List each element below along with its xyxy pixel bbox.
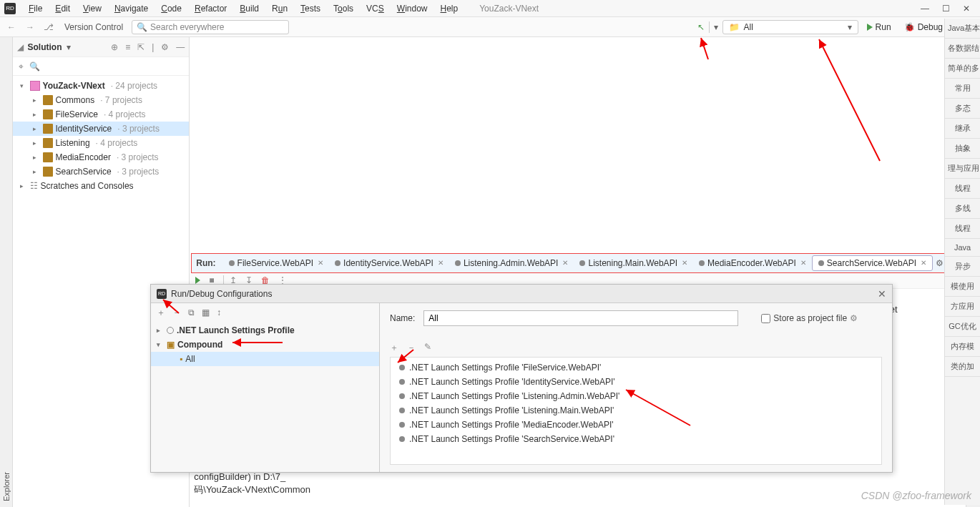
run-tab-searchservice-webapi[interactable]: SearchService.WebAPI✕	[812, 255, 933, 271]
menu-code[interactable]: Code	[155, 2, 187, 15]
side-panel-item[interactable]: 线程	[945, 179, 980, 199]
chevron-down-icon: ▾	[848, 22, 852, 32]
config-dropdown-arrow[interactable]: ▾	[714, 22, 718, 32]
nav-back-button[interactable]: ←	[4, 20, 19, 34]
menu-vcs[interactable]: VCS	[361, 2, 390, 15]
edit-item-button[interactable]: ✎	[424, 342, 431, 354]
copy-config-button[interactable]: ⧉	[188, 307, 195, 318]
rerun-icon[interactable]	[195, 277, 200, 284]
folder-searchservice[interactable]: ▸SearchService· 3 projects	[13, 164, 190, 179]
profile-node[interactable]: ▸ .NET Launch Settings Profile	[151, 323, 379, 338]
menu-help[interactable]: Help	[434, 2, 464, 15]
remove-item-button[interactable]: －	[407, 342, 416, 354]
run-tab-identityservice-webapi[interactable]: IdentityService.WebAPI✕	[329, 255, 449, 271]
side-panel-item[interactable]: Java基本	[945, 19, 980, 39]
save-config-button[interactable]: ▦	[202, 307, 210, 318]
compound-node[interactable]: ▾ ▣ Compound	[151, 338, 379, 352]
run-tab-mediaencoder-webapi[interactable]: MediaEncoder.WebAPI✕	[693, 255, 812, 271]
debug-button[interactable]: 🐞 Debug	[900, 21, 947, 34]
close-tab-icon[interactable]: ✕	[921, 259, 926, 267]
nav-forward-button[interactable]: →	[23, 20, 37, 34]
run-config-selector[interactable]: 📁 All ▾	[722, 20, 858, 34]
name-label: Name:	[390, 313, 415, 323]
compound-member-item[interactable]: .NET Launch Settings Profile 'IdentitySe…	[391, 375, 881, 389]
side-panel-item[interactable]: 内存模	[945, 337, 980, 357]
compound-member-item[interactable]: .NET Launch Settings Profile 'SearchServ…	[391, 432, 881, 446]
menu-build[interactable]: Build	[234, 2, 265, 15]
menu-navigate[interactable]: Navigate	[109, 2, 154, 15]
folder-identityservice[interactable]: ▸IdentityService· 3 projects	[13, 122, 190, 136]
maximize-button[interactable]: ☐	[942, 4, 950, 14]
scratches-node[interactable]: ▸ ☷ Scratches and Consoles	[13, 179, 190, 193]
close-tab-icon[interactable]: ✕	[318, 259, 323, 267]
side-panel-item[interactable]: 多态	[945, 99, 980, 119]
run-button[interactable]: Run	[863, 21, 896, 34]
side-panel-item[interactable]: GC优化	[945, 317, 980, 337]
compound-member-item[interactable]: .NET Launch Settings Profile 'MediaEncod…	[391, 418, 881, 432]
vcs-icon[interactable]: ⎇	[41, 20, 56, 34]
run-tab-listening-admin-webapi[interactable]: Listening.Admin.WebAPI✕	[449, 255, 574, 271]
folder-listening[interactable]: ▸Listening· 4 projects	[13, 136, 190, 150]
run-tab-fileservice-webapi[interactable]: FileService.WebAPI✕	[223, 255, 329, 271]
search-icon[interactable]: 🔍	[29, 61, 40, 72]
side-panel-item[interactable]: 各数据结	[945, 39, 980, 59]
menu-window[interactable]: Window	[391, 2, 433, 15]
folder-fileservice[interactable]: ▸FileService· 4 projects	[13, 107, 190, 122]
side-panel-item[interactable]: Java	[945, 239, 980, 257]
sort-config-button[interactable]: ↕	[217, 307, 221, 318]
explorer-tab[interactable]: Explorer	[1, 41, 12, 507]
side-panel-item[interactable]: 线程	[945, 219, 980, 239]
compound-member-item[interactable]: .NET Launch Settings Profile 'Listening.…	[391, 389, 881, 403]
folder-commons[interactable]: ▸Commons· 7 projects	[13, 93, 190, 107]
hammer-icon[interactable]: ↖	[697, 22, 705, 32]
side-panel-item[interactable]: 多线	[945, 199, 980, 219]
folder-mediaencoder[interactable]: ▸MediaEncoder· 3 projects	[13, 150, 190, 164]
minimize-button[interactable]: —	[921, 4, 929, 14]
close-tab-icon[interactable]: ✕	[562, 259, 568, 267]
add-config-button[interactable]: ＋	[157, 307, 165, 319]
menu-run[interactable]: Run	[266, 2, 293, 15]
locate-icon[interactable]: ⊕	[111, 42, 118, 52]
remove-config-button[interactable]: －	[172, 307, 181, 319]
menu-tests[interactable]: Tests	[295, 2, 326, 15]
dialog-close-button[interactable]: ✕	[878, 288, 886, 300]
hide-icon[interactable]: —	[176, 42, 185, 52]
gear-icon[interactable]: ⚙	[850, 313, 858, 323]
menu-file[interactable]: File	[23, 2, 48, 15]
solution-scope-icon[interactable]: ◢	[17, 42, 24, 52]
run-tab-listening-main-webapi[interactable]: Listening.Main.WebAPI✕	[574, 255, 693, 271]
add-item-button[interactable]: ＋	[390, 342, 398, 354]
vcs-label[interactable]: Version Control	[64, 22, 123, 32]
side-panel-item[interactable]: 理与应用	[945, 159, 980, 179]
side-panel-item[interactable]: 方应用	[945, 297, 980, 317]
compound-member-item[interactable]: .NET Launch Settings Profile 'FileServic…	[391, 360, 881, 375]
settings-icon[interactable]: ⚙	[161, 42, 169, 52]
close-tab-icon[interactable]: ✕	[438, 259, 444, 267]
compound-all-node[interactable]: ▪ All	[151, 352, 379, 366]
search-everywhere-input[interactable]: 🔍 Search everywhere	[132, 20, 289, 34]
side-panel-item[interactable]: 常用	[945, 79, 980, 99]
config-name-input[interactable]	[423, 310, 738, 326]
side-panel-item[interactable]: 模使用	[945, 277, 980, 297]
side-panel-item[interactable]: 抽象	[945, 139, 980, 159]
store-as-project-checkbox[interactable]: Store as project file ⚙	[761, 313, 858, 323]
menu-edit[interactable]: Edit	[49, 2, 76, 15]
menu-tools[interactable]: Tools	[328, 2, 359, 15]
menu-refactor[interactable]: Refactor	[189, 2, 232, 15]
scope-icon[interactable]: ⌖	[19, 61, 24, 72]
close-button[interactable]: ✕	[963, 4, 970, 14]
side-panel-item[interactable]: 继承	[945, 119, 980, 139]
solution-root[interactable]: ▾ YouZack-VNext · 24 projects	[13, 79, 190, 93]
close-tab-icon[interactable]: ✕	[800, 259, 806, 267]
compound-member-item[interactable]: .NET Launch Settings Profile 'Listening.…	[391, 403, 881, 418]
side-panel-item[interactable]: 简单的多	[945, 59, 980, 79]
run-settings-icon[interactable]: ⚙	[936, 258, 944, 268]
side-panel-item[interactable]: 异步	[945, 257, 980, 277]
collapse-all-icon[interactable]: ⇱	[137, 42, 144, 52]
expand-all-icon[interactable]: ≡	[125, 42, 130, 52]
menu-view[interactable]: View	[77, 2, 107, 15]
chevron-down-icon[interactable]: ▾	[67, 42, 71, 52]
compound-icon: ▣	[167, 340, 175, 350]
side-panel-item[interactable]: 类的加	[945, 357, 980, 377]
close-tab-icon[interactable]: ✕	[682, 259, 687, 267]
